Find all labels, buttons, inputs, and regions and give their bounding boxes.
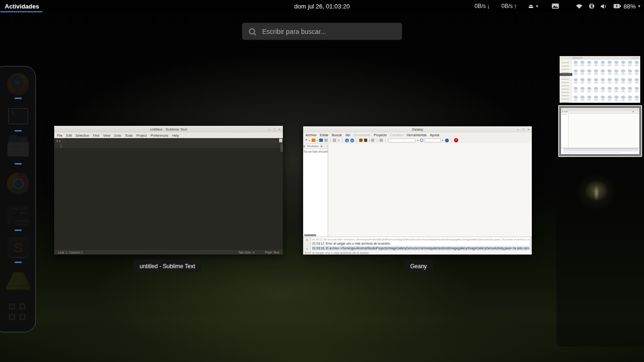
- toolbar-search-icon: [420, 139, 423, 142]
- search-jump-icon: ▴: [417, 139, 418, 142]
- system-tray: 0B/s ↓ 0B/s ↑ ⏏ ▾ 88% ▾: [475, 2, 644, 10]
- sublime-statusbar: Line 1, Column 1 Tab Size: 4 Plain Text: [54, 250, 283, 255]
- wifi-icon[interactable]: [576, 4, 583, 9]
- screenshot-photo-icon[interactable]: [552, 3, 559, 9]
- sublime-editor: 1: [54, 143, 283, 250]
- search-input[interactable]: [261, 27, 395, 36]
- message-tabs-strip: ▲ ▼: [303, 237, 311, 251]
- message-scrollbar: [530, 237, 532, 251]
- geany-titlebar: Geany – □ ×: [303, 126, 532, 132]
- mini-icon: [562, 111, 563, 112]
- build-icon: [364, 139, 367, 142]
- quit-icon: [454, 138, 458, 142]
- net-up-rate: 0B/s: [502, 3, 513, 9]
- sidebar-empty-message: No se han encontrado símbolos: [303, 149, 328, 154]
- save-icon: [319, 139, 323, 142]
- close-document-icon: ×: [338, 139, 340, 142]
- tab-overflow-button: [279, 139, 282, 142]
- sublime-titlebar: untitled - Sublime Text – □ ×: [54, 126, 283, 132]
- status-message-3-selected: 01:03:16: El archivo «/home/gsu/AndroidS…: [312, 246, 529, 251]
- menu-ayuda: Ayuda: [430, 133, 439, 137]
- mini-icon: [566, 111, 567, 112]
- mini-message-window: [561, 148, 639, 153]
- window-preview-geany[interactable]: Geany – □ × Archivo Editar Buscar Ver Do…: [303, 126, 532, 255]
- workspace-thumbnail-2-active[interactable]: [558, 105, 642, 157]
- menu-file: File: [57, 134, 62, 137]
- menu-project: Project: [136, 134, 147, 137]
- sublime-tabbar: ◂ ▸: [54, 138, 283, 143]
- workspace-thumbnail-1[interactable]: [560, 56, 640, 103]
- sidebar-tab-header: ◂ Símbolos ▸: [303, 143, 328, 149]
- goto-line-entry: [425, 139, 441, 142]
- nav-forward-icon: ▸: [350, 139, 354, 142]
- sublime-title: untitled - Sublime Text: [54, 127, 283, 132]
- sublime-menubar: File Edit Selection Find View Goto Tools…: [54, 132, 283, 138]
- tab-scroll-right-icon: ▸: [59, 139, 61, 143]
- menu-help: Help: [172, 134, 179, 137]
- geany-menubar: Archivo Editar Buscar Ver Documento Proy…: [303, 132, 532, 137]
- running-indicator-firefox: [15, 98, 22, 99]
- running-indicator-geany: [15, 230, 22, 231]
- geany-statusbar: Error al cargar uno o más archivos de la…: [303, 251, 532, 255]
- geany-title: Geany: [303, 127, 532, 132]
- menu-selection: Selection: [75, 134, 89, 137]
- nav-back-icon: ◂: [345, 139, 349, 142]
- battery-charging-icon[interactable]: [613, 4, 621, 8]
- activities-active-underline: [0, 11, 42, 12]
- mini-pathbar: [572, 57, 583, 59]
- system-menu-caret-icon[interactable]: ▾: [638, 4, 640, 8]
- tab-scroll-left-icon: ◂: [303, 144, 305, 148]
- menu-ver: Ver: [345, 133, 350, 137]
- tab-size: Tab Size: 4: [238, 251, 255, 254]
- new-file-icon: +: [305, 139, 307, 142]
- tabs-scroll-up-icon: ▲: [306, 238, 308, 241]
- menu-proyecto: Proyecto: [374, 133, 387, 137]
- line-number: 1: [60, 144, 62, 148]
- window-caption-sublime[interactable]: untitled - Sublime Text: [133, 260, 201, 272]
- eject-menu-caret-icon[interactable]: ▾: [536, 4, 538, 8]
- mini-window-buttons: [631, 57, 639, 59]
- cursor-position: Line 1, Column 1: [58, 251, 83, 254]
- mini-sidebar-tab: [562, 114, 567, 115]
- menu-buscar: Buscar: [332, 133, 342, 137]
- revert-icon: [333, 139, 336, 142]
- save-all-icon: [324, 139, 328, 142]
- mini-sidebar-selected-item: [560, 73, 572, 76]
- eject-icon[interactable]: ⏏: [528, 3, 534, 9]
- window-preview-sublime[interactable]: untitled - Sublime Text – □ × File Edit …: [54, 126, 283, 255]
- menu-herramientas: Herramientas: [407, 133, 427, 137]
- geany-message-window: ▲ ▼ 01:03:12: No se pudo abrir el archiv…: [303, 237, 532, 251]
- current-line-highlight: [54, 143, 283, 148]
- open-file-caret-icon: ▾: [317, 139, 318, 142]
- new-file-caret-icon: ▾: [309, 139, 310, 142]
- toolbar-search-entry: [388, 139, 415, 142]
- geany-editor-area: [329, 143, 532, 237]
- window-caption-geany[interactable]: Geany: [404, 260, 433, 272]
- battery-percent: 88%: [623, 3, 636, 10]
- dash-dock: [0, 66, 36, 332]
- running-indicator-files: [15, 163, 22, 165]
- menu-archivo: Archivo: [305, 133, 316, 137]
- search-bar[interactable]: [242, 23, 402, 40]
- mini-toolbar: [561, 111, 639, 114]
- volume-icon[interactable]: [601, 4, 607, 9]
- menu-construir-disabled: Construir: [390, 133, 403, 137]
- geany-sidebar: ◂ Símbolos ▸ No se han encontrado símbol…: [303, 143, 328, 237]
- geany-toolbar: + ▾ ▾ × ◂ ▸ ▾ ▴ ▴: [303, 137, 532, 144]
- menu-view: View: [103, 134, 110, 137]
- run-icon: [371, 139, 374, 142]
- tab-scroll-right-icon: ▸: [321, 144, 322, 148]
- status-message-1: 01:03:12: No se pudo abrir el archivo «/…: [312, 238, 529, 241]
- menu-documento-disabled: Documento: [354, 133, 371, 137]
- bluetooth-icon[interactable]: [589, 3, 594, 9]
- download-arrow-icon: ↓: [487, 2, 490, 10]
- syntax-mode: Plain Text: [265, 251, 279, 254]
- goto-jump-icon: ▴: [442, 139, 444, 142]
- tabs-scroll-down-icon: ▼: [306, 247, 308, 250]
- search-icon: [249, 28, 255, 34]
- mini-icon: [564, 111, 565, 112]
- menu-preferences: Preferences: [150, 134, 168, 137]
- status-message-2: 01:03:12: Error al cargar uno o más arch…: [312, 241, 529, 246]
- mini-files-icon-grid: [572, 60, 640, 103]
- tab-simbolos: Símbolos: [305, 144, 321, 148]
